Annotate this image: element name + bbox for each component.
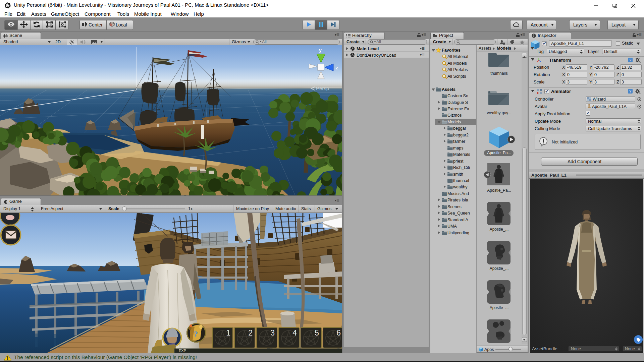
svg-text:?: ?	[194, 329, 198, 338]
svg-text:Persp: Persp	[316, 85, 329, 91]
svg-text:z: z	[336, 65, 338, 70]
svg-text:2: 2	[248, 328, 253, 337]
svg-text:y: y	[319, 48, 322, 53]
svg-text:5: 5	[315, 328, 319, 337]
svg-text:6: 6	[336, 328, 341, 337]
svg-text:3: 3	[270, 328, 275, 337]
svg-text:?: ?	[629, 89, 631, 93]
svg-text:1: 1	[226, 328, 230, 337]
svg-text:4: 4	[292, 328, 297, 337]
svg-text:EXP: EXP	[179, 349, 186, 353]
svg-text:?: ?	[629, 58, 631, 62]
